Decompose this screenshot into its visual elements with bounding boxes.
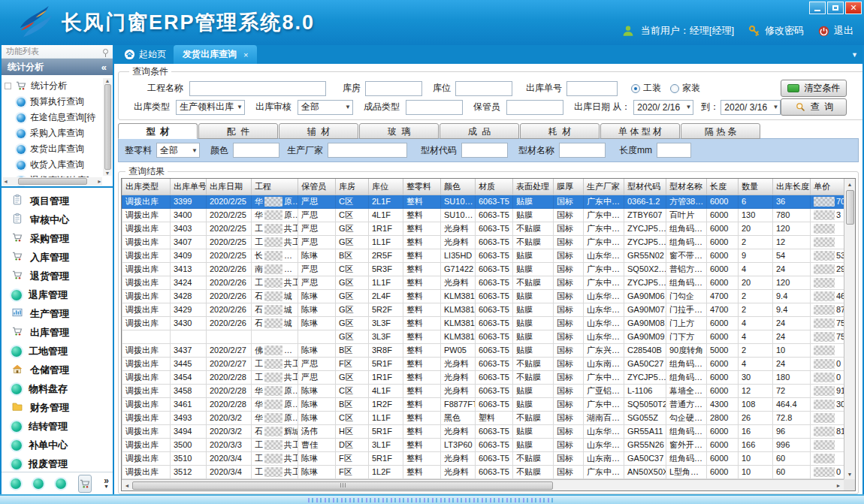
tree-expander-icon[interactable] <box>5 83 11 89</box>
table-row[interactable]: 调拨出库34132020/2/26南…严思C区5R3F整料G714226063-… <box>122 262 844 276</box>
sidebar-item[interactable]: 财务管理 <box>2 398 113 417</box>
location-input[interactable] <box>455 81 512 96</box>
vscroll-thumb[interactable] <box>846 190 854 225</box>
scroll-right-icon[interactable]: ► <box>833 483 844 488</box>
table-row[interactable]: 调拨出库34452020/2/27工共工程严思F区5R1F整料光身料6063-T… <box>122 357 844 370</box>
material-tab[interactable]: 配 件 <box>198 123 278 139</box>
radio-work[interactable] <box>631 84 640 93</box>
table-row[interactable]: 调拨出库34002020/2/25华原…严思C区4L1F整料SU10…6063-… <box>122 208 844 222</box>
scroll-up-icon[interactable]: ▲ <box>105 78 110 83</box>
table-row[interactable]: 调拨出库34282020/2/26石城陈琳G区2L4F整料KLM38176063… <box>122 289 844 303</box>
table-row[interactable]: 调拨出库34932020/3/2华原…陈琳C区1L1F整料黑色塑料不贴膜国标湖南… <box>122 411 844 424</box>
search-button[interactable]: 查 询 <box>781 98 847 116</box>
table-row[interactable]: 调拨出库34302020/2/26石城陈琳G区3L3F整料KLM38176063… <box>122 316 844 330</box>
table-row[interactable]: 调拨出库33992020/2/25华原…严思C区2L1F整料SU10…6063-… <box>122 195 844 208</box>
sidebar-item[interactable]: 审核中心 <box>2 210 113 229</box>
column-header[interactable]: 生产厂家 <box>584 179 624 195</box>
table-row[interactable]: 调拨出库34292020/2/26石城陈琳G区5R2F整料KLM38176063… <box>122 303 844 316</box>
column-header[interactable]: 长度 <box>707 179 739 195</box>
length-input[interactable] <box>657 143 691 158</box>
tree-root-node[interactable]: 统计分析 <box>5 77 102 94</box>
sidebar-item[interactable]: 生产管理 <box>2 304 113 323</box>
column-header[interactable]: 颜色 <box>441 179 476 195</box>
clear-conditions-button[interactable]: 清空条件 <box>781 80 847 97</box>
sidebar-item[interactable]: 退货管理 <box>2 267 113 285</box>
tabbar-caret-icon[interactable]: ▼ <box>851 51 858 59</box>
whole-select[interactable]: 全部▼ <box>156 143 200 158</box>
sidebar-item[interactable]: 补单中心 <box>2 436 113 454</box>
tree-vscroll-thumb[interactable] <box>104 84 111 170</box>
tree-vertical-scrollbar[interactable]: ▲ ▼ <box>103 78 112 176</box>
column-header[interactable]: 工程 <box>252 179 298 195</box>
horizontal-scrollbar[interactable]: ◄ ► <box>122 479 844 490</box>
date-from-select[interactable]: 2020/ 2/16▼ <box>633 100 693 115</box>
close-button[interactable]: ✕ <box>845 2 862 14</box>
sidebar-item[interactable]: 采购管理 <box>2 229 113 248</box>
tree-item[interactable]: 采购入库查询 <box>5 125 102 141</box>
toolbar-more-button[interactable]: » ▼ <box>104 478 109 490</box>
material-tab[interactable]: 型 材 <box>118 123 198 139</box>
toolbar-cart-button[interactable] <box>78 475 92 493</box>
minimize-button[interactable] <box>809 2 826 14</box>
sidebar-item[interactable]: 工地管理 <box>2 342 113 361</box>
table-row[interactable]: 调拨出库34612020/2/28华原…陈琳B区1R2F整料F8877FT606… <box>122 397 844 411</box>
material-tab[interactable]: 成 品 <box>440 123 519 139</box>
radio-home[interactable] <box>670 84 679 93</box>
toolbar-circle-icon[interactable] <box>11 478 21 489</box>
toolbar-circle-icon[interactable] <box>33 478 44 489</box>
sidebar-item[interactable]: 仓储管理 <box>2 361 113 379</box>
keeper-input[interactable] <box>506 100 563 115</box>
tree-horizontal-scrollbar[interactable]: ◄ ► <box>3 177 102 186</box>
table-row[interactable]: 调拨出库34072020/2/25工共工程严思G区1L1F整料光身料6063-T… <box>122 235 844 249</box>
sidebar-item[interactable]: 结转管理 <box>2 417 113 436</box>
scroll-left-icon[interactable]: ◄ <box>3 179 8 184</box>
scroll-up-icon[interactable]: ▲ <box>847 179 853 189</box>
table-row[interactable]: 调拨出库34092020/2/25长…陈琳B区2R5F整料LI35HD6063-… <box>122 249 844 262</box>
product-type-input[interactable] <box>406 100 463 115</box>
tree-item[interactable]: 收货入库查询 <box>5 157 102 173</box>
scroll-right-icon[interactable]: ► <box>97 179 102 184</box>
scroll-left-icon[interactable]: ◄ <box>122 483 132 488</box>
profile-name-input[interactable] <box>559 143 606 158</box>
table-row[interactable]: 调拨出库34032020/2/25工共工程严思G区1R1F整料光身料6063-T… <box>122 222 844 235</box>
profile-code-input[interactable] <box>461 143 508 158</box>
collapse-icon[interactable]: « <box>101 62 107 73</box>
date-to-select[interactable]: 2020/ 3/16▼ <box>721 100 781 115</box>
column-header[interactable]: 出库类型 <box>122 179 171 195</box>
maximize-button[interactable] <box>827 2 844 14</box>
pin-icon[interactable] <box>103 49 108 54</box>
sidebar-section-header[interactable]: 统计分析 « <box>2 59 113 75</box>
column-header[interactable]: 出库单号 <box>171 179 207 195</box>
scroll-down-icon[interactable]: ▼ <box>847 469 853 479</box>
column-header[interactable]: 表面处理 <box>513 179 554 195</box>
project-name-input[interactable] <box>189 81 326 96</box>
table-row[interactable]: 调拨出库34542020/2/28工共工程严思G区1R1F整料光身料6063-T… <box>122 370 844 384</box>
column-header[interactable]: 出库日期 <box>207 179 252 195</box>
toolbar-circle-icon[interactable] <box>56 478 66 489</box>
column-header[interactable]: 材质 <box>476 179 513 195</box>
sidebar-item[interactable]: 物料盘存 <box>2 379 113 398</box>
tab-home[interactable]: 起始页 <box>116 45 174 64</box>
column-header[interactable]: 出库长度 <box>773 179 811 195</box>
order-no-input[interactable] <box>566 81 618 96</box>
outbound-type-select[interactable]: 生产领料出库▼ <box>176 100 245 115</box>
material-tab[interactable]: 玻 璃 <box>359 123 439 139</box>
table-row[interactable]: 调拨出库35102020/3/4工共工程陈琳F区5R1F整料光身料6063-T5… <box>122 451 844 465</box>
table-row[interactable]: 调拨出库35122020/3/4工共工程陈琳F区1L2F整料光身料6063-T5… <box>122 465 844 478</box>
column-header[interactable]: 型材代码 <box>624 179 666 195</box>
column-header[interactable]: 保管员 <box>298 179 336 195</box>
table-row[interactable]: 调拨出库34372020/2/27佛…陈琳B区3R8F整料PW056063-T5… <box>122 343 844 357</box>
table-row[interactable]: 调拨出库34942020/3/2石辉城汤伟H区5R1F整料光身料6063-T5贴… <box>122 424 844 438</box>
sidebar-item[interactable]: 退库管理 <box>2 285 113 304</box>
table-row[interactable]: 调拨出库34582020/2/28华原…陈琳C区4L1F整料光身料6063-T5… <box>122 384 844 397</box>
tab-shipping-query[interactable]: 发货出库查询 × <box>174 45 257 64</box>
tree-hscroll-thumb[interactable] <box>18 178 87 185</box>
sidebar-item[interactable]: 项目管理 <box>2 192 113 210</box>
material-tab[interactable]: 单 体 型 材 <box>600 123 680 139</box>
column-header[interactable]: 库位 <box>369 179 403 195</box>
column-header[interactable]: 型材名称 <box>666 179 707 195</box>
table-row[interactable]: G区3L3F整料KLM38176063-T5贴膜国标山东华…GA90M09…门下… <box>122 330 844 343</box>
tree-item[interactable]: 预算执行查询 <box>5 94 102 110</box>
vertical-scrollbar[interactable]: ▲ ▼ <box>844 179 855 479</box>
warehouse-input[interactable] <box>365 81 422 96</box>
